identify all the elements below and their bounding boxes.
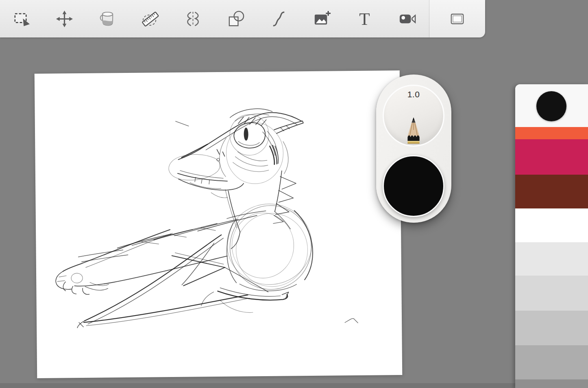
- palette-swatch-gray-light[interactable]: [515, 242, 588, 276]
- tool-symmetry-button[interactable]: [172, 0, 215, 37]
- color-palette-panel: [515, 84, 588, 388]
- brush-size-label: 1.0: [384, 90, 443, 99]
- selection-marquee-icon: [12, 9, 31, 28]
- tool-transform-button[interactable]: [43, 0, 86, 37]
- drawing-canvas[interactable]: [35, 70, 402, 378]
- shapes-icon: [226, 9, 246, 28]
- tool-shapes-button[interactable]: [215, 0, 258, 37]
- svg-text:T: T: [359, 9, 370, 28]
- tool-text-button[interactable]: T: [343, 0, 386, 37]
- color-puck[interactable]: [383, 155, 444, 217]
- dragon-sketch: [35, 70, 402, 378]
- paint-bucket-icon: [98, 9, 117, 28]
- palette-swatch-white[interactable]: [515, 208, 588, 242]
- tool-canvas-button[interactable]: [437, 0, 478, 37]
- pencil-tip-icon: [404, 117, 423, 145]
- toolbar-canvas-section: [429, 0, 485, 37]
- palette-swatch-crimson[interactable]: [515, 139, 588, 175]
- app-window: T 1.0: [0, 0, 588, 388]
- toolbar-main: T: [0, 0, 429, 37]
- palette-swatches: [515, 127, 588, 388]
- palette-swatch-orange[interactable]: [515, 127, 588, 139]
- symmetry-icon: [183, 9, 203, 28]
- canvas-frame-icon: [448, 9, 467, 28]
- text-icon: T: [355, 9, 374, 28]
- add-image-icon: [312, 9, 331, 28]
- brush-puck: 1.0: [376, 75, 451, 223]
- palette-swatch-gray-mid[interactable]: [515, 311, 588, 345]
- tool-import-image-button[interactable]: [301, 0, 344, 37]
- toolbar: T: [0, 0, 485, 37]
- tool-ruler-button[interactable]: [129, 0, 172, 37]
- palette-swatch-gray-soft[interactable]: [515, 276, 588, 311]
- current-color-area: [515, 84, 588, 127]
- curve-stroke-icon: [269, 9, 288, 28]
- move-arrows-icon: [55, 9, 74, 28]
- ruler-icon: [141, 9, 160, 28]
- tool-time-lapse-button[interactable]: [386, 0, 429, 37]
- tool-fill-button[interactable]: [86, 0, 129, 37]
- video-camera-icon: [398, 9, 417, 28]
- brush-size-puck[interactable]: 1.0: [383, 85, 444, 147]
- palette-swatch-dark-brown[interactable]: [515, 175, 588, 208]
- bottom-strip: [0, 383, 588, 388]
- palette-swatch-gray-dark[interactable]: [515, 379, 588, 388]
- tool-stroke-button[interactable]: [257, 0, 301, 37]
- palette-swatch-gray-deep[interactable]: [515, 345, 588, 379]
- current-color-swatch[interactable]: [536, 91, 566, 121]
- tool-selection-button[interactable]: [0, 0, 43, 37]
